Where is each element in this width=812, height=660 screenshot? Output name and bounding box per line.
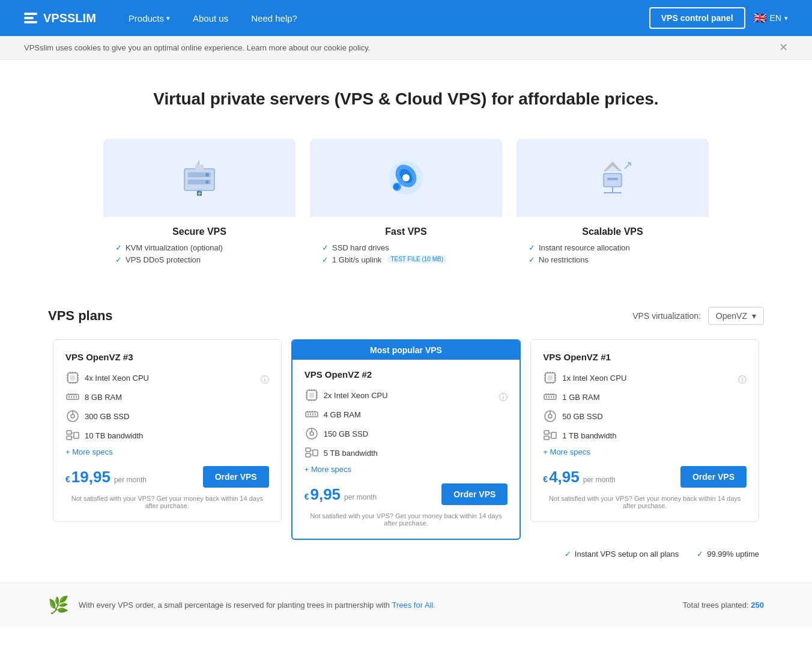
scalable-vps-icon	[592, 157, 634, 199]
cookie-text: VPSslim uses cookies to give you an opti…	[24, 43, 370, 52]
plans-header: VPS plans VPS virtualization: OpenVZ ▾	[48, 307, 764, 325]
check-icon: ✓	[565, 549, 571, 559]
plan-bw-3: 10 TB bandwidth	[85, 431, 143, 440]
svg-rect-81	[306, 448, 311, 452]
promo-left: 🌿 With every VPS order, a small percenta…	[48, 595, 435, 615]
svg-rect-72	[312, 413, 314, 416]
svg-rect-87	[548, 375, 553, 380]
plan-spec-disk-2: 150 GB SSD	[304, 426, 508, 441]
plan-name-3: VPS OpenVZ #3	[65, 352, 269, 362]
svg-rect-112	[544, 431, 549, 434]
feature-fast-content: Fast VPS ✓ SSD hard drives ✓ 1 Gbit/s up…	[310, 217, 502, 277]
svg-point-110	[548, 414, 552, 418]
nav-links: Products ▾ About us Need help?	[120, 8, 637, 28]
order-button-1[interactable]: Order VPS	[680, 466, 747, 488]
feature-secure-content: Secure VPS ✓ KVM virtualization (optiona…	[103, 217, 295, 277]
plan-more-specs-2[interactable]: + More specs	[304, 465, 508, 474]
svg-rect-6	[195, 165, 204, 171]
test-file-link[interactable]: TEST FILE (10 MB)	[387, 255, 446, 263]
satisfaction-note-3: Not satisfied with your VPS? Get your mo…	[65, 495, 269, 509]
flag-icon: 🇬🇧	[753, 13, 767, 23]
brand-logo-icon	[24, 13, 37, 23]
bandwidth-icon	[304, 446, 319, 460]
svg-point-4	[205, 180, 209, 184]
svg-rect-39	[68, 396, 70, 398]
svg-point-79	[310, 432, 314, 435]
svg-rect-51	[67, 436, 71, 440]
promo-text: With every VPS order, a small percentage…	[79, 601, 435, 610]
plan-card-2: Most popular VPS VPS OpenVZ #2 2x Intel …	[291, 339, 521, 540]
plan-spec-bw-1: 1 TB bandwidth	[543, 428, 747, 443]
plan-spec-cpu-3: 4x Intel Xeon CPU	[65, 371, 149, 385]
plan-disk-2: 150 GB SSD	[324, 429, 368, 438]
badge-setup: ✓ Instant VPS setup on all plans	[565, 549, 679, 559]
svg-rect-50	[67, 431, 71, 434]
info-icon[interactable]: ⓘ	[499, 392, 507, 403]
svg-rect-114	[551, 432, 556, 438]
nav-products[interactable]: Products ▾	[120, 8, 178, 28]
bandwidth-icon	[65, 428, 80, 443]
chevron-down-icon: ▾	[166, 14, 170, 22]
plan-card-1: VPS OpenVZ #1 1x Intel Xeon CPU ⓘ 1 GB R…	[530, 339, 759, 522]
plan-spec-cpu-row-3: 4x Intel Xeon CPU ⓘ	[65, 371, 269, 390]
badge-setup-text: Instant VPS setup on all plans	[575, 549, 679, 559]
plan-name-1: VPS OpenVZ #1	[543, 352, 747, 362]
plan-price-1: € 4,95 per month	[543, 468, 615, 486]
popular-badge: Most popular VPS	[292, 341, 520, 360]
feature-fast: Fast VPS ✓ SSD hard drives ✓ 1 Gbit/s up…	[310, 139, 502, 277]
plan-price-row-1: € 4,95 per month Order VPS	[543, 466, 747, 488]
feature-fast-image	[310, 139, 502, 217]
cookie-close-button[interactable]: ✕	[779, 42, 788, 53]
plan-card-3: VPS OpenVZ #3 4x Intel Xeon CPU ⓘ 8 GB R…	[53, 339, 282, 522]
feature-scalable-content: Scalable VPS ✓ Instant resource allocati…	[517, 217, 709, 277]
language-selector[interactable]: 🇬🇧 EN ▾	[753, 13, 788, 23]
plan-spec-bw-3: 10 TB bandwidth	[65, 428, 269, 443]
svg-rect-25	[70, 375, 75, 380]
control-panel-button[interactable]: VPS control panel	[649, 7, 745, 29]
feature-fast-item-2: ✓ 1 Gbit/s uplink TEST FILE (10 MB)	[322, 255, 490, 264]
disk-icon	[304, 426, 319, 441]
plan-more-specs-3[interactable]: + More specs	[65, 447, 269, 456]
tree-icon: 🌿	[48, 595, 69, 615]
check-icon: ✓	[697, 549, 703, 559]
satisfaction-note-1: Not satisfied with your VPS? Get your mo…	[543, 495, 747, 509]
lang-chevron-icon: ▾	[784, 14, 788, 22]
nav-help[interactable]: Need help?	[243, 8, 306, 28]
trees-count: 250	[751, 601, 764, 610]
plan-more-specs-1[interactable]: + More specs	[543, 447, 747, 456]
plan-spec-ram-1: 1 GB RAM	[543, 390, 747, 404]
order-button-2[interactable]: Order VPS	[441, 483, 507, 505]
feature-secure-title: Secure VPS	[115, 226, 283, 237]
svg-rect-71	[310, 413, 311, 416]
satisfaction-note-2: Not satisfied with your VPS? Get your mo…	[304, 512, 508, 527]
badge-uptime-text: 99.99% uptime	[707, 549, 759, 559]
plan-bw-1: 1 TB bandwidth	[562, 431, 616, 440]
svg-rect-82	[306, 453, 311, 457]
ram-icon	[65, 390, 80, 404]
feature-scalable-item-2: ✓ No restrictions	[529, 255, 697, 264]
promo-right: Total trees planted: 250	[683, 601, 764, 610]
feature-scalable-item-1: ✓ Instant resource allocation	[529, 243, 697, 252]
trees-link[interactable]: Trees for All.	[392, 601, 435, 610]
order-button-3[interactable]: Order VPS	[203, 466, 269, 488]
plan-ram-2: 4 GB RAM	[324, 410, 361, 419]
svg-rect-40	[71, 396, 72, 398]
virt-dropdown[interactable]: OpenVZ ▾	[708, 307, 764, 325]
nav-about[interactable]: About us	[184, 8, 237, 28]
brand-logo-link[interactable]: VPSSLIM	[24, 11, 96, 25]
svg-rect-41	[73, 396, 74, 398]
svg-rect-101	[546, 396, 547, 398]
info-icon[interactable]: ⓘ	[738, 375, 747, 386]
feature-scalable-image	[517, 139, 709, 217]
svg-rect-102	[548, 396, 550, 398]
info-icon[interactable]: ⓘ	[261, 375, 269, 386]
plan-spec-bw-2: 5 TB bandwidth	[304, 446, 508, 460]
svg-line-21	[625, 163, 631, 169]
plan-cpu-3: 4x Intel Xeon CPU	[85, 374, 149, 383]
svg-point-12	[402, 174, 410, 181]
navbar: VPSSLIM Products ▾ About us Need help? V…	[0, 0, 812, 36]
plan-ram-3: 8 GB RAM	[85, 393, 122, 402]
hero-title: Virtual private servers (VPS & Cloud VPS…	[24, 89, 788, 109]
plan-spec-cpu-2: 2x Intel Xeon CPU	[304, 388, 388, 402]
plans-title: VPS plans	[48, 308, 113, 324]
